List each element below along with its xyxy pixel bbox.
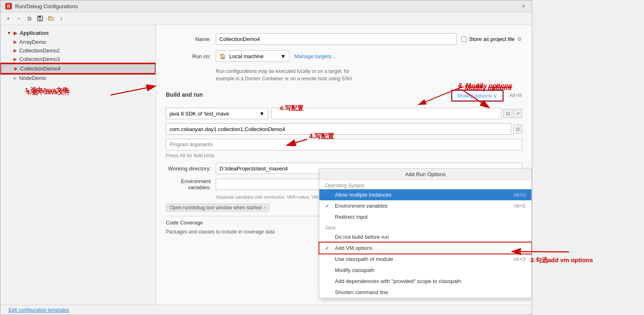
java-section-label: Java xyxy=(319,222,531,231)
name-input[interactable] xyxy=(216,33,456,45)
program-args-input[interactable] xyxy=(166,139,522,150)
sort-button[interactable]: ↕ xyxy=(57,14,66,23)
main-class-icon[interactable]: ⊡ xyxy=(513,125,522,134)
menu-item-label: Add VM options xyxy=(335,245,373,251)
svg-rect-1 xyxy=(38,16,41,18)
sidebar-item-collectiondemo4[interactable]: ▶ CollectionDemo4 xyxy=(0,63,156,74)
shortcut-classpath: Alt+O xyxy=(513,256,526,262)
vm-icons: ⊡ ↗ xyxy=(503,109,522,118)
svg-text:3.勾选add vm options: 3.勾选add vm options xyxy=(530,256,593,263)
run-on-row: Run on: 🏠 Local machine ▼ Manage targets… xyxy=(166,50,522,62)
modify-options-button[interactable]: Modify options ∨ xyxy=(452,91,503,101)
menu-item-env-vars[interactable]: ✓ Environment variables Alt+E xyxy=(319,200,531,211)
menu-item-allow-multiple[interactable]: Allow multiple instances Alt+U xyxy=(319,189,531,200)
close-button[interactable]: × xyxy=(520,3,527,9)
collapse-icon: ▼ xyxy=(7,31,11,35)
menu-item-label: Shorten command line xyxy=(335,289,388,295)
item-label: CollectionDemo3 xyxy=(19,56,60,62)
tag-close[interactable]: × xyxy=(263,205,266,210)
gear-icon: ⚙ xyxy=(517,36,522,42)
menu-item-label: Use classpath of module xyxy=(335,256,393,262)
env-vars-label: Environment variables: xyxy=(166,178,211,190)
menu-item-shorten[interactable]: Shorten command line xyxy=(319,287,531,298)
menu-item-label: Add dependencies with "provided" scope t… xyxy=(335,278,461,284)
main-content: ▼ ▶ Application ▶ ArrayDemo ▶ Collection… xyxy=(0,25,532,305)
tag-label: Open run/debug tool window when started xyxy=(169,205,262,211)
menu-item-add-vm[interactable]: ✓ Add VM options xyxy=(319,242,531,254)
svg-rect-2 xyxy=(38,19,42,20)
info-text: Run configurations may be executed local… xyxy=(216,68,522,82)
menu-item-label: Redirect input xyxy=(335,214,368,220)
main-class-row: ⊡ xyxy=(166,123,522,135)
title-bar: R Run/Debug Configurations × xyxy=(0,0,532,12)
manage-targets-link[interactable]: Manage targets... xyxy=(294,53,336,59)
press-alt-hint: Press Alt for field hints xyxy=(166,153,522,159)
sidebar: ▼ ▶ Application ▶ ArrayDemo ▶ Collection… xyxy=(0,25,156,305)
sidebar-item-collectiondemo3[interactable]: ▶ CollectionDemo3 xyxy=(0,55,156,63)
sidebar-group-application[interactable]: ▼ ▶ Application xyxy=(0,28,156,38)
open-run-tag: Open run/debug tool window when started … xyxy=(166,204,269,212)
local-machine-text: Local machine xyxy=(229,53,264,59)
group-label: Application xyxy=(20,30,49,36)
program-args-row xyxy=(166,139,522,150)
expand-icon[interactable]: ⊡ xyxy=(503,109,512,118)
toolbar: + − ⧉ ↕ xyxy=(0,12,532,25)
group-icon: ▶ xyxy=(14,30,17,36)
run-on-label: Run on: xyxy=(166,53,211,59)
menu-item-label: Modify classpath xyxy=(335,267,375,273)
menu-item-no-build[interactable]: Do not build before run xyxy=(319,231,531,242)
modify-options-label: Modify options xyxy=(457,93,492,99)
menu-item-redirect[interactable]: Redirect input xyxy=(319,211,531,222)
os-section-label: Operating System xyxy=(319,180,531,189)
store-checkbox-row: Store as project file ⚙ xyxy=(461,36,522,42)
vm-config-annotation: 4.写配置 xyxy=(280,104,303,112)
menu-item-classpath[interactable]: Use classpath of module Alt+O xyxy=(319,254,531,265)
dropdown-chevron: ∨ xyxy=(493,93,497,99)
java-sdk-dropdown[interactable]: java 8 SDK of 'test_mave ▼ xyxy=(166,108,268,119)
vm-options-field[interactable]: 4.写配置 xyxy=(271,108,502,119)
external-icon[interactable]: ↗ xyxy=(513,109,522,118)
save-button[interactable] xyxy=(36,14,45,23)
java-sdk-row: java 8 SDK of 'test_mave ▼ 4.写配置 ⊡ ↗ xyxy=(166,108,522,119)
menu-header: Add Run Options xyxy=(319,169,531,180)
java-sdk-text: java 8 SDK of 'test_mave xyxy=(169,111,229,117)
run-on-dropdown[interactable]: 🏠 Local machine ▼ xyxy=(216,50,289,62)
build-run-label: Build and run xyxy=(166,91,203,98)
shortcut-env: Alt+E xyxy=(514,203,526,209)
item-label: ArrayDemo xyxy=(19,39,46,45)
file-icon: ▶ xyxy=(14,39,17,45)
remove-button[interactable]: − xyxy=(14,14,23,23)
file-icon: ▶ xyxy=(14,66,18,71)
menu-item-label: Allow multiple instances xyxy=(335,192,391,198)
sidebar-item-arraydemo[interactable]: ▶ ArrayDemo xyxy=(0,38,156,46)
edit-templates-link[interactable]: Edit configuration templates xyxy=(4,305,74,315)
menu-item-dependencies[interactable]: Add dependencies with "provided" scope t… xyxy=(319,276,531,287)
main-class-input[interactable] xyxy=(166,123,511,135)
item-label: CollectionDemo4 xyxy=(20,66,61,72)
store-checkbox[interactable] xyxy=(461,36,467,42)
menu-item-label: Environment variables xyxy=(335,203,388,209)
file-icon: ▶ xyxy=(14,75,17,81)
home-icon: 🏠 xyxy=(219,53,226,59)
file-icon: ▶ xyxy=(14,48,17,53)
menu-item-label: Do not build before run xyxy=(335,234,389,240)
store-label: Store as project file xyxy=(469,36,515,42)
modify-options-shortcut: Alt+M xyxy=(509,93,522,98)
annotation-step1: 1.选中Java文件 xyxy=(25,86,68,94)
name-label: Name: xyxy=(166,36,211,42)
copy-button[interactable]: ⧉ xyxy=(25,14,34,23)
build-run-header: Build and run Modify options ∨ Alt+M xyxy=(166,88,522,103)
file-icon: ▶ xyxy=(14,57,17,62)
dropdown-arrow: ▼ xyxy=(280,53,286,59)
shortcut-multiple: Alt+U xyxy=(513,192,526,198)
item-label: CollectionDemo2 xyxy=(19,48,60,54)
check-icon-env: ✓ xyxy=(325,203,332,209)
folder-button[interactable] xyxy=(46,14,55,23)
add-button[interactable]: + xyxy=(4,14,13,23)
sidebar-item-nodedemo[interactable]: ▶ NodeDemo xyxy=(0,74,156,82)
sidebar-item-collectiondemo2[interactable]: ▶ CollectionDemo2 xyxy=(0,46,156,55)
name-row: Name: Store as project file ⚙ xyxy=(166,33,522,45)
menu-item-modify-classpath[interactable]: Modify classpath xyxy=(319,265,531,276)
dialog-title: Run/Debug Configurations xyxy=(15,3,78,9)
config-panel: Name: Store as project file ⚙ Run on: 🏠 … xyxy=(156,25,532,305)
